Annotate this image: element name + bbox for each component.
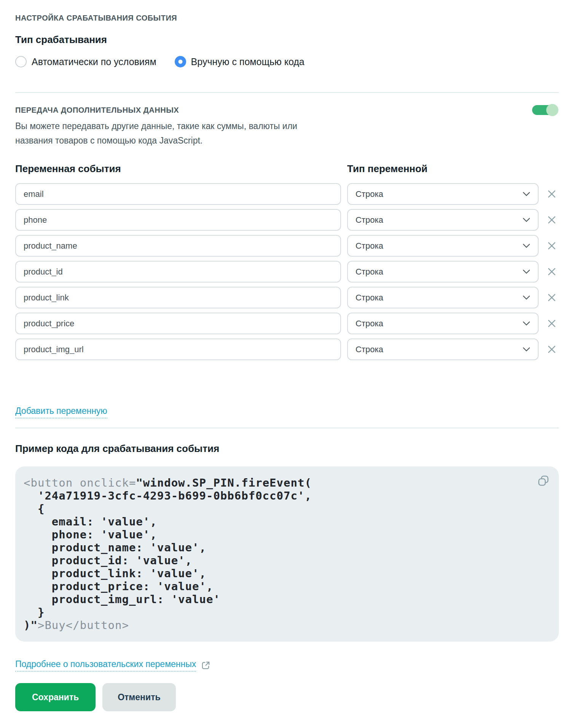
cancel-button[interactable]: Отменить — [102, 683, 175, 711]
code-segment: product_id: 'value', — [24, 554, 192, 567]
chevron-down-icon — [523, 269, 530, 274]
radio-option-auto[interactable]: Автоматически по условиям — [15, 56, 156, 67]
code-segment: } — [24, 606, 45, 619]
remove-variable-button[interactable] — [545, 187, 559, 201]
chevron-down-icon — [523, 243, 530, 248]
radio-button-auto-icon[interactable] — [15, 56, 27, 67]
code-segment: '24a71919-3cfc-4293-b699-0bb6bf0cc07c', — [24, 489, 312, 502]
variable-row: Строка — [15, 287, 559, 308]
close-icon — [546, 188, 557, 200]
code-segment: "window.SP_PIN.fireEvent( — [136, 476, 312, 489]
remove-variable-button[interactable] — [545, 213, 559, 227]
variable-row: Строка — [15, 313, 559, 334]
variable-name-input[interactable] — [15, 287, 341, 308]
copy-code-button[interactable] — [536, 473, 551, 489]
radio-option-manual[interactable]: Вручную с помощью кода — [175, 56, 305, 67]
code-line: } — [24, 606, 550, 619]
remove-variable-button[interactable] — [545, 291, 559, 305]
chevron-down-icon — [523, 295, 530, 300]
external-link-icon — [201, 661, 210, 671]
description-line-2: названия товаров с помощью кода JavaScri… — [15, 133, 559, 148]
code-lines: <button onclick="window.SP_PIN.fireEvent… — [24, 476, 550, 632]
radio-label-auto: Автоматически по условиям — [32, 56, 156, 67]
chevron-down-icon — [523, 217, 530, 222]
remove-variable-button[interactable] — [545, 239, 559, 253]
close-icon — [546, 292, 557, 303]
variable-type-select[interactable]: Строка — [347, 338, 539, 360]
variable-type-value: Строка — [356, 293, 383, 303]
code-line: { — [24, 502, 550, 515]
code-segment: phone: 'value', — [24, 528, 157, 541]
code-line: phone: 'value', — [24, 528, 550, 541]
variables-list: СтрокаСтрокаСтрокаСтрокаСтрокаСтрокаСтро… — [15, 183, 559, 360]
toggle-knob — [546, 104, 558, 116]
variable-type-value: Строка — [356, 215, 383, 225]
variable-row: Строка — [15, 235, 559, 257]
trigger-type-heading: Тип срабатывания — [15, 34, 559, 45]
add-variable-link[interactable]: Добавить переменную — [15, 406, 107, 418]
variable-name-input[interactable] — [15, 183, 341, 205]
trigger-type-radio-group: Автоматически по условиям Вручную с помо… — [15, 56, 559, 68]
close-icon — [546, 240, 557, 251]
remove-variable-button[interactable] — [545, 343, 559, 356]
code-line: <button onclick="window.SP_PIN.fireEvent… — [24, 476, 550, 489]
code-line: product_img_url: 'value' — [24, 593, 550, 606]
radio-button-manual-icon[interactable] — [175, 56, 186, 67]
form-actions: Сохранить Отменить — [15, 683, 559, 711]
save-button[interactable]: Сохранить — [15, 683, 96, 711]
code-line: '24a71919-3cfc-4293-b699-0bb6bf0cc07c', — [24, 489, 550, 502]
code-segment: product_price: 'value', — [24, 580, 213, 593]
variable-name-input[interactable] — [15, 235, 341, 257]
close-icon — [546, 344, 557, 355]
code-example-heading: Пример кода для срабатывания события — [15, 443, 559, 454]
copy-icon — [537, 474, 550, 487]
variable-row: Строка — [15, 338, 559, 360]
variable-name-input[interactable] — [15, 338, 341, 360]
variable-name-input[interactable] — [15, 261, 341, 283]
extra-data-title: ПЕРЕДАЧА ДОПОЛНИТЕЛЬНЫХ ДАННЫХ — [15, 106, 179, 115]
variable-type-select[interactable]: Строка — [347, 183, 539, 205]
column-header-type: Тип переменной — [347, 163, 539, 174]
code-segment: >Buy</button> — [38, 619, 129, 632]
code-line: )">Buy</button> — [24, 619, 550, 632]
variable-type-select[interactable]: Строка — [347, 313, 539, 334]
variable-name-input[interactable] — [15, 313, 341, 334]
variable-row: Строка — [15, 209, 559, 231]
remove-variable-button[interactable] — [545, 265, 559, 279]
extra-data-toggle[interactable] — [532, 105, 557, 115]
docs-link[interactable]: Подробнее о пользовательских переменных — [15, 659, 196, 672]
extra-data-header-row: ПЕРЕДАЧА ДОПОЛНИТЕЛЬНЫХ ДАННЫХ — [15, 105, 559, 115]
description-line-1: Вы можете передавать другие данные, таки… — [15, 119, 559, 133]
radio-label-manual: Вручную с помощью кода — [191, 56, 305, 67]
variable-row: Строка — [15, 261, 559, 283]
variable-row: Строка — [15, 183, 559, 205]
close-icon — [546, 214, 557, 225]
variable-name-input[interactable] — [15, 209, 341, 231]
variable-type-value: Строка — [356, 267, 383, 277]
chevron-down-icon — [523, 347, 530, 352]
variable-type-select[interactable]: Строка — [347, 287, 539, 308]
variable-type-select[interactable]: Строка — [347, 209, 539, 231]
extra-data-description: Вы можете передавать другие данные, таки… — [15, 119, 559, 148]
code-line: product_price: 'value', — [24, 580, 550, 593]
code-segment: <button onclick= — [24, 476, 136, 489]
code-line: product_link: 'value', — [24, 567, 550, 580]
divider — [15, 92, 559, 93]
code-line: email: 'value', — [24, 515, 550, 528]
column-header-variable: Переменная события — [15, 163, 341, 174]
code-line: product_id: 'value', — [24, 554, 550, 567]
code-segment: { — [24, 502, 45, 515]
variable-type-value: Строка — [356, 241, 383, 251]
code-segment: )" — [24, 619, 38, 632]
code-segment: product_img_url: 'value' — [24, 593, 220, 606]
chevron-down-icon — [523, 321, 530, 326]
variable-type-value: Строка — [356, 189, 383, 199]
close-icon — [546, 266, 557, 277]
code-line: product_name: 'value', — [24, 541, 550, 554]
event-trigger-settings-panel: НАСТРОЙКА СРАБАТЫВАНИЯ СОБЫТИЯ Тип сраба… — [0, 0, 574, 728]
variable-type-select[interactable]: Строка — [347, 261, 539, 283]
remove-variable-button[interactable] — [545, 317, 559, 330]
panel-title: НАСТРОЙКА СРАБАТЫВАНИЯ СОБЫТИЯ — [15, 14, 559, 22]
variable-type-select[interactable]: Строка — [347, 235, 539, 257]
columns-header: Переменная события Тип переменной — [15, 163, 559, 174]
